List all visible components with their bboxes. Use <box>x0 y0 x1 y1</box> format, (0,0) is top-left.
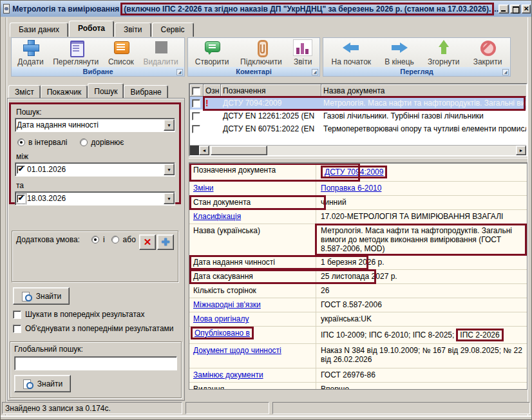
global-find-button[interactable]: Знайти <box>14 375 71 392</box>
search-in-previous-checkbox[interactable] <box>13 310 21 319</box>
search-field-combobox[interactable]: Дата надання чинності ▼ <box>15 118 175 132</box>
add-condition-button[interactable]: ✚ <box>157 234 174 250</box>
details-label-link[interactable]: Замінює документи <box>193 370 263 379</box>
tab-service[interactable]: Сервіс <box>152 23 194 37</box>
chevron-down-icon[interactable]: ▼ <box>164 119 175 131</box>
row-checkbox[interactable] <box>192 125 200 133</box>
chart-icon <box>293 39 312 56</box>
details-label-link[interactable]: Міжнародні зв'язки <box>193 300 261 309</box>
details-label: Назва (українська) <box>189 224 316 255</box>
arrow-left-icon <box>341 39 361 56</box>
global-search-input[interactable] <box>14 356 177 370</box>
horizontal-scrollbar[interactable]: ◄ ► <box>190 145 526 155</box>
dialog-launcher-icon[interactable]: ◢ <box>312 69 318 75</box>
scrollbar-thumb[interactable] <box>211 146 267 155</box>
tab-favorites[interactable]: Вибране <box>124 85 167 99</box>
details-label: Документ щодо чинності <box>189 344 316 368</box>
between-label: між <box>16 152 175 161</box>
global-search-label: Глобальний пошук: <box>14 345 177 354</box>
scroll-right-icon[interactable]: ► <box>516 146 526 155</box>
go-first-button-label: На початок <box>332 57 372 66</box>
details-value: 25 листопада 2027 р. <box>316 270 527 283</box>
search-in-previous-label: Шукати в попередніх результатах <box>25 310 145 319</box>
details-label-link[interactable]: Зміни <box>193 184 214 193</box>
go-first-button[interactable]: На початок <box>328 39 375 67</box>
global-search-group: Глобальний пошук: Знайти <box>10 341 182 398</box>
details-row: Дата надання чинності1 березня 2026 р. <box>189 256 527 270</box>
remove-condition-button[interactable]: ✕ <box>139 234 156 250</box>
details-row: Класифікація17.020-МЕТРОЛОГІЯ ТА ВИМІРЮВ… <box>189 210 527 224</box>
close-button-label: Закрити <box>473 57 502 66</box>
details-label-link[interactable]: Мова оригіналу <box>193 314 249 323</box>
view-button[interactable]: Переглянути <box>50 39 102 67</box>
chevron-down-icon[interactable]: ▼ <box>164 164 175 175</box>
date-to-combobox[interactable]: 18.03.2026 ▼ <box>15 191 175 205</box>
tab-databases[interactable]: Бази даних <box>10 23 68 37</box>
details-label: Кількість сторінок <box>189 284 316 298</box>
tab-work[interactable]: Робота <box>69 21 114 37</box>
details-value-link[interactable]: Поправка 6-2010 <box>321 184 381 193</box>
row-flag-cell <box>204 110 221 122</box>
result-row[interactable]: ДСТУ EN 60751:2022 (ENТермоперетворювачі… <box>190 122 526 135</box>
result-row[interactable]: ДСТУ EN 12261:2025 (ENГазові лічильники.… <box>190 110 526 122</box>
find-button[interactable]: Знайти <box>13 287 70 305</box>
maximize-icon[interactable] <box>510 5 520 14</box>
dialog-launcher-icon[interactable]: ◢ <box>502 69 509 75</box>
close-icon[interactable] <box>522 5 531 14</box>
tab-search[interactable]: Пошук <box>88 83 124 99</box>
interval-radio[interactable] <box>17 138 25 146</box>
equals-radio[interactable] <box>80 138 88 146</box>
add-button[interactable]: Додати <box>14 39 46 67</box>
details-label-link[interactable]: Документ щодо чинності <box>193 346 281 355</box>
attach-button[interactable]: Підключити <box>237 39 285 67</box>
row-select-cell <box>190 122 204 135</box>
details-value: ДСТУ 7094:2009 <box>316 164 527 181</box>
date-from-combobox[interactable]: 01.01.2026 ▼ <box>15 162 175 177</box>
details-value-text: Наказ N 384 від 19.10.2009; № 167 від 29… <box>321 346 522 364</box>
collapse-button[interactable]: Згорнути <box>424 39 463 67</box>
details-value-link[interactable]: ДСТУ 7094:2009 <box>325 167 383 177</box>
column-header-designation[interactable]: Позначення <box>221 84 321 97</box>
column-header-flag[interactable]: Озн <box>204 84 221 97</box>
details-value: ГОСТ 8.587-2006 <box>316 298 527 312</box>
tab-reports[interactable]: Звіти <box>115 23 151 37</box>
row-name: Метрологія. Маса нафти та нафтопродуктів… <box>321 97 526 110</box>
reports-button[interactable]: Звіти <box>290 39 316 67</box>
app-window: Метрологія та вимірювання (включно ІПС 2… <box>0 0 532 420</box>
comment-icon <box>202 39 222 56</box>
select-all-header[interactable] <box>190 84 204 97</box>
search-field-value: Дата надання чинності <box>17 120 99 129</box>
view-button-label: Переглянути <box>53 57 99 66</box>
close-button[interactable]: Закрити <box>470 39 506 67</box>
details-label-link[interactable]: Опубліковано в <box>195 329 250 338</box>
find-button-label: Знайти <box>36 292 61 301</box>
document-details: Позначення документаДСТУ 7094:2009ЗміниП… <box>189 163 527 390</box>
details-label: Дата скасування <box>189 270 316 283</box>
column-header-name[interactable]: Назва документа <box>321 84 526 97</box>
details-label-link[interactable]: Класифікація <box>193 212 241 221</box>
create-comment-button[interactable]: Створити <box>192 39 233 67</box>
list-button[interactable]: Список <box>105 39 137 67</box>
row-checkbox[interactable] <box>192 99 200 108</box>
dialog-launcher-icon[interactable]: ◢ <box>176 69 183 75</box>
go-last-button[interactable]: В кінець <box>381 39 417 67</box>
tab-index[interactable]: Покажчик <box>41 85 88 99</box>
result-row[interactable]: !ДСТУ 7094:2009Метрологія. Маса нафти та… <box>190 97 526 110</box>
scrollbar-track[interactable] <box>267 146 516 155</box>
select-all-checkbox[interactable] <box>192 87 200 95</box>
panel-splitter[interactable] <box>189 158 527 163</box>
details-row: Міжнародні зв'язкиГОСТ 8.587-2006 <box>189 298 527 312</box>
tab-contents[interactable]: Зміст <box>8 85 41 99</box>
row-checkbox[interactable] <box>192 112 200 120</box>
search-panel: Пошук: Дата надання чинності ▼ в інтерва… <box>7 98 185 401</box>
add-button-label: Додати <box>17 57 43 66</box>
details-value-text: 25 листопада 2027 р. <box>321 272 397 281</box>
date-to-checkbox[interactable] <box>17 195 25 203</box>
date-from-checkbox[interactable] <box>17 166 25 174</box>
minimize-icon[interactable] <box>499 5 509 14</box>
or-radio[interactable] <box>111 236 119 243</box>
chevron-down-icon[interactable]: ▼ <box>164 193 175 204</box>
and-radio[interactable] <box>91 236 99 243</box>
scroll-left-icon[interactable]: ◄ <box>199 146 209 155</box>
merge-with-previous-checkbox[interactable] <box>13 325 21 333</box>
